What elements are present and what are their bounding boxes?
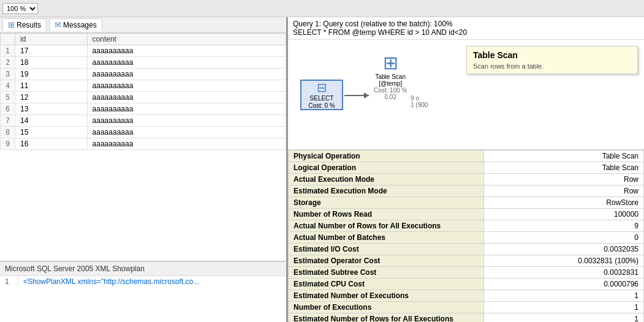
tab-bar: ⊞ Results ✉ Messages <box>0 17 286 33</box>
tab-messages[interactable]: ✉ Messages <box>49 18 102 31</box>
col-id: id <box>15 34 88 45</box>
cell-content: aaaaaaaaaa <box>87 80 286 92</box>
row-num: 9 <box>1 138 15 150</box>
table-row: 218aaaaaaaaaa <box>1 57 286 69</box>
tooltip-title: Table Scan <box>473 50 631 60</box>
row-num: 5 <box>1 92 15 103</box>
table-row: 411aaaaaaaaaa <box>1 80 286 92</box>
property-value: Table Scan <box>484 151 644 162</box>
property-row: Estimated Subtree Cost0.0032831 <box>289 267 644 279</box>
cell-content: aaaaaaaaaa <box>87 115 286 127</box>
plan-arrow <box>344 95 369 96</box>
plan-table-cost2: 0.02 <box>385 94 396 100</box>
property-label: Actual Number of Batches <box>289 232 484 244</box>
table-row: 815aaaaaaaaaa <box>1 127 286 138</box>
cell-id: 19 <box>15 69 88 80</box>
property-label: Actual Execution Mode <box>289 174 484 185</box>
plan-select-label: SELECT <box>310 95 334 102</box>
property-row: Actual Number of Batches0 <box>289 232 644 244</box>
property-label: Estimated Subtree Cost <box>289 267 484 279</box>
property-value: 0 <box>484 232 644 244</box>
cell-content: aaaaaaaaaa <box>87 103 286 115</box>
cell-id: 15 <box>15 127 88 138</box>
cell-content: aaaaaaaaaa <box>87 92 286 103</box>
property-row: Estimated Number of Rows for All Executi… <box>289 313 644 323</box>
plan-table-sublabel: [@temp] <box>379 80 402 87</box>
table-row: 613aaaaaaaaaa <box>1 103 286 115</box>
cell-content: aaaaaaaaaa <box>87 57 286 69</box>
property-value: 100000 <box>484 209 644 220</box>
property-value: 1 <box>484 290 644 302</box>
plan-table-label: Table Scan <box>376 73 406 80</box>
row-num: 7 <box>1 115 15 127</box>
showplan-link[interactable]: <ShowPlanXML xmlns="http://schemas.micro… <box>18 276 204 287</box>
grid-icon: ⊞ <box>8 20 15 29</box>
table-row: 714aaaaaaaaaa <box>1 115 286 127</box>
query-line2: SELECT * FROM @temp WHERE id > 10 AND id… <box>293 28 639 37</box>
plan-extra2: 1 (900 <box>411 102 428 108</box>
top-bar: 100 % 75 % 50 % 125 % 150 % <box>0 0 644 17</box>
property-row: Estimated Execution ModeRow <box>289 185 644 197</box>
property-row: Estimated Operator Cost0.0032831 (100%) <box>289 255 644 267</box>
showplan-row: 1 <ShowPlanXML xmlns="http://schemas.mic… <box>0 276 286 287</box>
property-row: Physical OperationTable Scan <box>289 151 644 162</box>
properties-table: Physical OperationTable ScanLogical Oper… <box>288 150 644 322</box>
row-num: 2 <box>1 57 15 69</box>
property-row: Estimated Number of Executions1 <box>289 290 644 302</box>
property-label: Physical Operation <box>289 151 484 162</box>
showplan-header: Microsoft SQL Server 2005 XML Showplan <box>0 262 286 276</box>
plan-select-cost: Cost: 0 % <box>308 102 335 109</box>
cell-id: 14 <box>15 115 88 127</box>
property-label: Estimated CPU Cost <box>289 279 484 290</box>
zoom-select[interactable]: 100 % 75 % 50 % 125 % 150 % <box>2 3 38 14</box>
property-label: Actual Number of Rows for All Executions <box>289 220 484 232</box>
property-row: Number of Executions1 <box>289 302 644 313</box>
row-num: 1 <box>1 45 15 57</box>
property-value: Row <box>484 174 644 185</box>
cell-content: aaaaaaaaaa <box>87 69 286 80</box>
property-value: RowStore <box>484 197 644 209</box>
plan-table-scan-box: ⊞ Table Scan [@temp] Cost: 100 % 0.02 <box>374 52 407 100</box>
property-label: Storage <box>289 197 484 209</box>
property-value: 0.0032831 (100%) <box>484 255 644 267</box>
property-value: 1 <box>484 313 644 323</box>
plan-extra1: 9 o <box>411 95 428 102</box>
property-label: Estimated Execution Mode <box>289 185 484 197</box>
tab-results-label: Results <box>17 21 41 29</box>
plan-select-box: ⊟ SELECT Cost: 0 % <box>300 80 343 110</box>
property-row: Logical OperationTable Scan <box>289 162 644 174</box>
cell-id: 11 <box>15 80 88 92</box>
tab-results[interactable]: ⊞ Results <box>2 18 47 31</box>
property-value: 0.0000796 <box>484 279 644 290</box>
results-table-container: id content 117aaaaaaaaaa218aaaaaaaaaa319… <box>0 33 286 261</box>
query-line1: Query 1: Query cost (relative to the bat… <box>293 20 639 28</box>
property-row: Actual Execution ModeRow <box>289 174 644 185</box>
property-label: Estimated Number of Rows for All Executi… <box>289 313 484 323</box>
property-row: Number of Rows Read100000 <box>289 209 644 220</box>
table-row: 117aaaaaaaaaa <box>1 45 286 57</box>
property-row: StorageRowStore <box>289 197 644 209</box>
table-row: 916aaaaaaaaaa <box>1 138 286 150</box>
row-num: 6 <box>1 103 15 115</box>
showplan-rownum: 1 <box>0 276 18 287</box>
cell-id: 17 <box>15 45 88 57</box>
cell-content: aaaaaaaaaa <box>87 45 286 57</box>
query-info: Query 1: Query cost (relative to the bat… <box>288 17 644 40</box>
property-value: 1 <box>484 302 644 313</box>
property-label: Logical Operation <box>289 162 484 174</box>
tab-messages-label: Messages <box>63 21 97 29</box>
property-row: Estimated CPU Cost0.0000796 <box>289 279 644 290</box>
results-table: id content 117aaaaaaaaaa218aaaaaaaaaa319… <box>0 33 286 150</box>
col-rownum <box>1 34 15 45</box>
cell-id: 18 <box>15 57 88 69</box>
property-label: Estimated Number of Executions <box>289 290 484 302</box>
cell-content: aaaaaaaaaa <box>87 127 286 138</box>
property-label: Estimated Operator Cost <box>289 255 484 267</box>
cell-content: aaaaaaaaaa <box>87 138 286 150</box>
property-row: Estimated I/O Cost0.0032035 <box>289 244 644 255</box>
properties-table-container: Physical OperationTable ScanLogical Oper… <box>288 150 644 322</box>
cell-id: 16 <box>15 138 88 150</box>
property-label: Number of Rows Read <box>289 209 484 220</box>
right-panel: Query 1: Query cost (relative to the bat… <box>288 17 644 322</box>
property-value: Row <box>484 185 644 197</box>
